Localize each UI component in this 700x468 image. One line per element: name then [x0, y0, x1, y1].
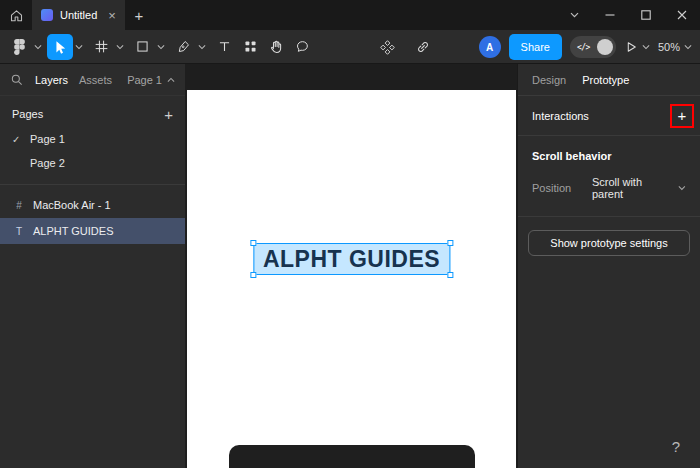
show-prototype-settings-button[interactable]: Show prototype settings [528, 230, 690, 256]
link-button[interactable] [410, 34, 436, 60]
search-icon[interactable] [10, 73, 24, 87]
chevron-down-icon [34, 44, 42, 50]
position-value: Scroll with parent [592, 176, 673, 200]
scroll-behavior-title: Scroll behavior [532, 150, 686, 162]
add-interaction-button[interactable]: + [678, 108, 687, 123]
settings-section: Show prototype settings [518, 217, 700, 269]
zoom-level: 50% [658, 41, 680, 53]
tab-menu-button[interactable] [556, 0, 592, 30]
interactions-label: Interactions [532, 110, 589, 122]
pen-tool-icon [176, 39, 191, 54]
help-button[interactable]: ? [664, 434, 688, 458]
tab-layers[interactable]: Layers [35, 74, 68, 86]
pages-header-label: Pages [12, 108, 43, 120]
pen-tool-button[interactable] [170, 34, 196, 60]
chevron-down-icon [684, 44, 692, 50]
chevron-down-icon [678, 185, 686, 191]
chevron-down-icon [570, 12, 579, 18]
shape-tool-chevron[interactable] [155, 34, 167, 60]
tab-design[interactable]: Design [532, 74, 566, 86]
move-tool-button[interactable] [47, 34, 73, 60]
layer-row-frame[interactable]: # MacBook Air - 1 [0, 192, 185, 218]
figma-app-window: Untitled × + [0, 0, 700, 468]
toolbar-right-group: A Share </> 50% [479, 30, 692, 64]
frame-tool-button[interactable] [88, 34, 114, 60]
move-tool-chevron[interactable] [73, 34, 85, 60]
frame-tool-icon [94, 39, 109, 54]
chevron-down-icon [116, 44, 124, 50]
tab-close-icon[interactable]: × [108, 9, 116, 22]
user-avatar[interactable]: A [479, 36, 501, 58]
resources-button[interactable] [237, 34, 263, 60]
maximize-button[interactable] [628, 0, 664, 30]
chevron-down-icon [198, 44, 206, 50]
play-icon [624, 40, 638, 54]
menu-chevron[interactable] [32, 34, 44, 60]
tab-title: Untitled [60, 9, 97, 21]
comment-icon [295, 39, 310, 54]
page-row-2[interactable]: Page 2 [0, 151, 185, 175]
interactions-section: Interactions + [518, 96, 700, 136]
minimize-button[interactable] [592, 0, 628, 30]
add-page-button[interactable]: + [164, 107, 173, 122]
figma-menu-button[interactable] [6, 34, 32, 60]
text-layer-icon: T [14, 226, 24, 237]
file-tab[interactable]: Untitled × [32, 0, 125, 30]
layer-name: MacBook Air - 1 [33, 199, 111, 211]
selection-handle[interactable] [250, 272, 256, 278]
present-button[interactable] [624, 40, 650, 54]
page-selector[interactable]: Page 1 [127, 74, 175, 86]
selection-handle[interactable] [447, 240, 453, 246]
selected-text-object[interactable]: ALPHT GUIDES [253, 243, 450, 275]
selection-handle[interactable] [250, 240, 256, 246]
right-sidebar-tabs: Design Prototype [518, 64, 700, 96]
page-row-1[interactable]: ✓ Page 1 [0, 127, 185, 151]
frame-layer-icon: # [14, 200, 24, 211]
chevron-down-icon [157, 44, 165, 50]
text-tool-button[interactable] [211, 34, 237, 60]
link-icon [415, 39, 431, 55]
left-sidebar-header: Layers Assets Page 1 [0, 64, 185, 96]
right-sidebar: Design Prototype Interactions + Scroll b… [517, 64, 700, 468]
pen-tool-chevron[interactable] [196, 34, 208, 60]
toolbar-center-group [374, 30, 436, 64]
text-tool-icon [217, 39, 232, 54]
frame-tool-chevron[interactable] [114, 34, 126, 60]
frame-bottom-bar [229, 445, 475, 468]
layer-name: ALPHT GUIDES [33, 225, 114, 237]
new-tab-button[interactable]: + [125, 1, 153, 29]
chevron-up-icon [167, 77, 175, 83]
hand-tool-button[interactable] [263, 34, 289, 60]
shape-tool-button[interactable] [129, 34, 155, 60]
design-frame[interactable]: ALPHT GUIDES [187, 90, 516, 468]
check-icon: ✓ [12, 134, 22, 145]
toggle-knob [597, 39, 613, 55]
share-button[interactable]: Share [509, 34, 562, 60]
component-button[interactable] [374, 34, 400, 60]
chevron-down-icon [642, 44, 650, 50]
window-close-icon [676, 9, 688, 21]
sidebar-divider [0, 184, 185, 185]
code-icon: </> [577, 43, 590, 52]
hand-tool-icon [268, 39, 284, 55]
dev-mode-toggle[interactable]: </> [570, 36, 616, 58]
comment-button[interactable] [289, 34, 315, 60]
position-row: Position Scroll with parent [532, 176, 686, 200]
canvas[interactable]: ALPHT GUIDES [185, 64, 517, 468]
maximize-icon [640, 9, 652, 21]
position-dropdown[interactable]: Scroll with parent [592, 176, 686, 200]
selection-handle[interactable] [447, 272, 453, 278]
page-name: Page 2 [30, 157, 65, 169]
zoom-menu[interactable]: 50% [658, 41, 692, 53]
annotation-highlight: + [670, 104, 694, 128]
figma-menu-icon [14, 39, 25, 55]
component-icon [379, 39, 396, 56]
page-name: Page 1 [30, 133, 65, 145]
home-button[interactable] [0, 0, 32, 30]
window-close-button[interactable] [664, 0, 700, 30]
tab-prototype[interactable]: Prototype [582, 74, 629, 86]
tab-assets[interactable]: Assets [79, 74, 112, 86]
layer-row-text[interactable]: T ALPHT GUIDES [0, 218, 185, 244]
move-tool-icon [52, 39, 68, 55]
left-sidebar: Layers Assets Page 1 Pages + ✓ Page 1 Pa… [0, 64, 185, 468]
